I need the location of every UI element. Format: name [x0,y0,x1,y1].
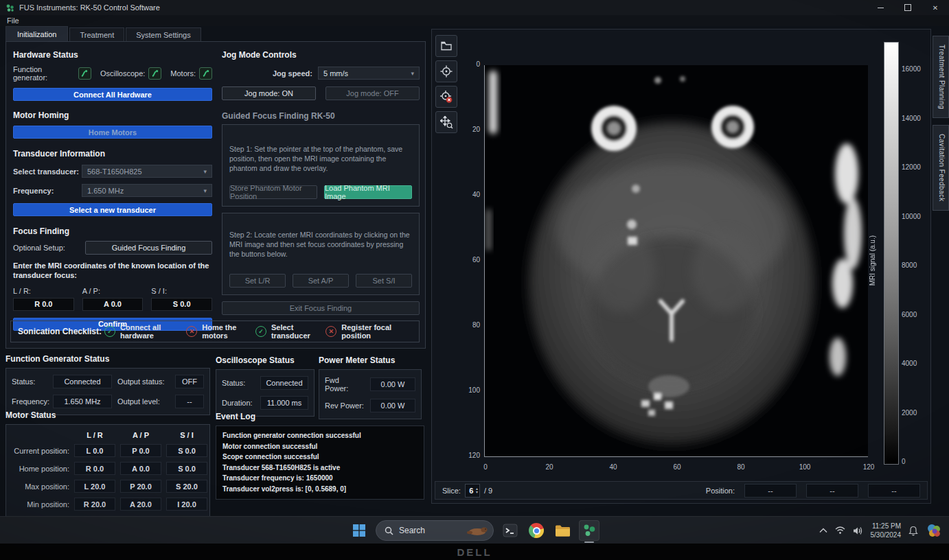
search-box[interactable]: Search [376,520,494,541]
tab-treatment-planning[interactable]: Treatment Planning [933,36,949,118]
tab-treatment[interactable]: Treatment [69,27,124,41]
close-button[interactable]: ✕ [922,0,949,15]
connect-all-hardware-button[interactable]: Connect All Hardware [13,88,212,101]
oscilloscope-label: Oscilloscope: [100,69,145,78]
tray-clock[interactable]: 11:25 PM 5/30/2024 [871,522,902,540]
motor-row-label: Home position: [10,465,69,473]
open-image-button[interactable] [435,35,457,57]
focus-finding-title: Focus Finding [13,226,212,236]
menu-file[interactable]: File [0,16,26,25]
load-phantom-mri-button[interactable]: Load Phantom MRI Image [324,185,412,199]
wifi-icon[interactable] [835,526,845,535]
si-input[interactable]: S 0.0 [151,298,212,311]
motor-value: I 20.0 [166,498,207,511]
colorbar-label: MRI signal (a.u.) [869,235,876,285]
slice-value[interactable]: 6 [467,487,476,495]
checklist-title: Sonication Checklist: [18,327,102,336]
motor-value: R 20.0 [74,498,115,511]
search-icon [385,526,393,535]
colorbar-tick: 12000 [902,163,930,171]
spinner-down-icon[interactable]: ▾ [476,491,478,494]
mri-image-canvas[interactable] [484,65,868,457]
lr-input[interactable]: R 0.0 [13,298,74,311]
scope-title: Oscilloscope Status [216,355,315,365]
check-icon: ✓ [104,326,115,337]
ap-input[interactable]: A 0.0 [82,298,144,311]
motor-status: Motor Status L / R A / P S / I Current p… [5,410,210,517]
event-log-box[interactable]: Function generator connection successful… [216,425,424,500]
scope-duration-value: 11.000 ms [260,396,308,410]
set-si-button[interactable]: Set S/I [356,274,412,288]
optional-setup-row: Optional Setup: Guided Focus Finding [13,241,212,255]
slice-spinner[interactable]: 6 ▴ ▾ [465,484,480,498]
y-tick: 20 [455,126,480,133]
frequency-select[interactable]: 1.650 MHz ▾ [82,184,212,197]
transducer-select[interactable]: 568-T1650H825 ▾ [82,165,212,178]
guided-focus-title: Guided Focus Finding RK-50 [222,111,420,121]
function-generator-status: Function Generator Status Status: Connec… [5,354,210,415]
search-placeholder: Search [399,526,460,535]
optional-setup-label: Optional Setup: [13,244,81,252]
pan-zoom-button[interactable] [435,111,457,133]
widgets-icon[interactable] [926,522,942,539]
jog-speed-select[interactable]: 5 mm/s ▾ [318,67,420,80]
cross-icon: ✕ [186,326,197,337]
tab-initialization[interactable]: Initialization [5,26,68,41]
jog-mode-on-button[interactable]: Jog mode: ON [222,86,316,100]
set-lr-button[interactable]: Set L/R [229,274,286,288]
crosshair-remove-icon [439,90,453,104]
motor-value: P 0.0 [120,444,161,457]
notifications-bell-icon[interactable] [908,526,918,536]
store-phantom-position-button[interactable]: Store Phantom Motor Position [229,185,317,199]
desktop: FUS Instruments: RK-50 Control Software … [0,0,949,560]
exit-focus-finding-button[interactable]: Exit Focus Finding [222,301,420,315]
hardware-status-title: Hardware Status [13,50,212,60]
colorbar-tick: 0 [902,458,930,465]
motor-title: Motor Status [5,410,210,420]
cross-icon: ✕ [325,326,336,337]
focus-instructions: Enter the MRI coordinates of the known l… [13,261,212,281]
guided-focus-step2-box: Step 2: Locate center MRI coordinates by… [222,213,420,295]
monitor-bezel: DELL [0,544,949,560]
select-new-transducer-button[interactable]: Select a new transducer [13,203,212,216]
fgen-frequency-label: Frequency: [12,397,47,406]
x-tick: 60 [669,463,685,471]
motor-homing-title: Motor Homing [13,110,212,120]
position-label: Position: [706,487,735,495]
scope-status-value: Connected [260,376,308,390]
colorbar [884,42,899,465]
jog-mode-off-button[interactable]: Jog mode: OFF [325,86,420,100]
mri-viewer-panel: 0 20 40 60 80 100 120 0 20 40 60 80 100 … [431,29,931,504]
minimize-button[interactable] [867,0,894,15]
tab-cavitation-feedback[interactable]: Cavitation Feedback [933,125,949,211]
home-motors-button[interactable]: Home Motors [13,126,212,139]
function-generator-label: Function generator: [13,65,75,82]
guided-focus-finding-button[interactable]: Guided Focus Finding [85,241,212,255]
rev-power-label: Rev Power: [325,401,365,410]
volume-icon[interactable] [853,526,863,535]
si-label: S / I: [151,287,212,295]
motor-col-lr: L / R [74,431,115,439]
event-log-title: Event Log [216,412,424,421]
colorbar-tick: 16000 [902,65,930,73]
target-tool-button[interactable] [435,60,457,82]
fgen-title: Function Generator Status [5,354,210,364]
file-explorer-button[interactable] [553,521,572,540]
start-button[interactable] [350,521,369,540]
jog-mode-title: Jog Mode Controls [222,50,420,60]
tray-chevron-up-icon[interactable] [819,528,827,533]
colorbar-tick: 10000 [902,213,930,220]
chrome-app-button[interactable] [527,521,546,540]
maximize-button[interactable] [894,0,922,15]
right-column: Jog Mode Controls Jog speed: 5 mm/s ▾ Jo… [222,46,420,315]
terminal-app-button[interactable] [501,521,520,540]
window-title: FUS Instruments: RK-50 Control Software [19,3,160,12]
clear-target-button[interactable] [435,86,457,108]
active-app-indicator [584,541,594,543]
position-value-2: -- [806,484,858,498]
colorbar-tick: 8000 [902,261,930,269]
set-ap-button[interactable]: Set A/P [293,274,349,288]
tab-system-settings[interactable]: System Settings [126,27,201,41]
fus-app-button[interactable] [579,520,599,541]
tray-date: 5/30/2024 [871,530,902,540]
